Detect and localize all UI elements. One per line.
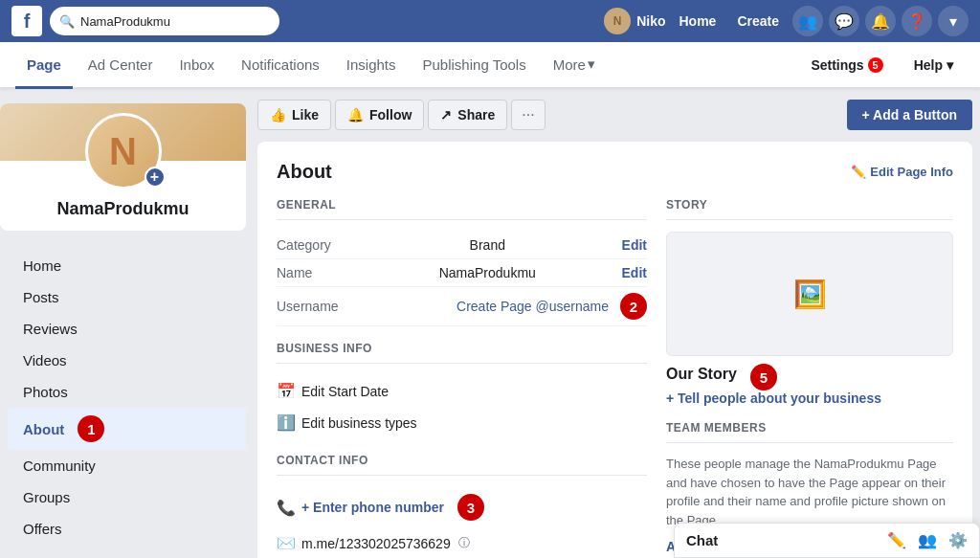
search-icon: 🔍 xyxy=(59,14,75,29)
promote-area: Promote xyxy=(0,545,254,558)
cover-photo: N + xyxy=(0,103,246,161)
category-value: Brand xyxy=(470,237,505,253)
tab-ad-center[interactable]: Ad Center xyxy=(77,43,165,89)
user-name: Niko xyxy=(636,13,665,29)
friends-chat-icon[interactable]: 👥 xyxy=(918,531,937,549)
business-info-section: BUSINESS INFO 📅 Edit Start Date ℹ️ Edit … xyxy=(277,342,647,438)
action-bar-left: 👍 Like 🔔 Follow ↗ Share ··· xyxy=(257,100,546,130)
help-icon[interactable]: ❓ xyxy=(902,6,932,36)
compose-icon[interactable]: ✏️ xyxy=(887,531,906,549)
more-button[interactable]: ··· xyxy=(511,100,545,130)
story-image-box: 🖼️ xyxy=(666,232,953,356)
image-placeholder-icon: 🖼️ xyxy=(793,279,827,310)
about-left: GENERAL Category Brand Edit Name NamaPro… xyxy=(277,198,647,558)
phone-item[interactable]: 📞 + Enter phone number 3 xyxy=(277,487,647,527)
category-row: Category Brand Edit xyxy=(277,232,647,259)
tab-inbox[interactable]: Inbox xyxy=(167,43,226,89)
tab-page[interactable]: Page xyxy=(15,43,73,89)
profile-card: N + NamaProdukmu xyxy=(0,103,246,231)
edit-start-date-item[interactable]: 📅 Edit Start Date xyxy=(277,375,647,407)
callout-badge-5: 5 xyxy=(750,364,777,391)
sidebar-item-groups[interactable]: Groups xyxy=(8,481,246,513)
edit-page-info-link[interactable]: ✏️ Edit Page Info xyxy=(851,165,953,179)
team-description: These people manage the NamaProdukmu Pag… xyxy=(666,455,953,529)
avatar: N xyxy=(604,8,631,34)
story-section: STORY 🖼️ Our Story 5 + Tell people about… xyxy=(666,198,953,406)
contact-info-label: CONTACT INFO xyxy=(277,454,647,476)
bell-icon[interactable]: 🔔 xyxy=(865,6,896,36)
create-username-link[interactable]: Create Page @username xyxy=(457,299,609,314)
sidebar-item-offers[interactable]: Offers xyxy=(8,513,246,545)
contact-info-section: CONTACT INFO 📞 + Enter phone number 3 ✉️… xyxy=(277,454,647,558)
sub-nav-right: Settings 5 Help ▾ xyxy=(799,52,965,78)
tab-insights[interactable]: Insights xyxy=(335,43,408,89)
username-row: Username Create Page @username 2 xyxy=(277,287,647,326)
sidebar-item-community[interactable]: Community xyxy=(8,450,246,481)
add-photo-icon[interactable]: + xyxy=(145,167,166,188)
edit-business-types-item[interactable]: ℹ️ Edit business types xyxy=(277,407,647,438)
callout-badge-3: 3 xyxy=(457,494,484,521)
sidebar-item-home[interactable]: Home xyxy=(8,250,246,281)
friends-icon[interactable]: 👥 xyxy=(792,6,823,36)
chat-bar: Chat ✏️ 👥 ⚙️ xyxy=(674,523,980,558)
about-title: About xyxy=(277,161,332,183)
top-nav-right: N Niko Home Create 👥 💬 🔔 ❓ ▾ xyxy=(287,6,969,36)
category-label: Category xyxy=(277,237,353,253)
follow-button[interactable]: 🔔 Follow xyxy=(335,100,424,130)
callout-badge-1: 1 xyxy=(78,415,104,442)
username-label: Username xyxy=(277,299,353,314)
search-bar[interactable]: 🔍 xyxy=(50,7,279,35)
nav-link-home[interactable]: Home xyxy=(672,10,724,33)
sidebar-nav: Home Posts Reviews Videos Photos About 1… xyxy=(0,242,254,558)
about-header: About ✏️ Edit Page Info xyxy=(277,161,953,183)
help-button[interactable]: Help ▾ xyxy=(902,52,965,78)
thumbs-up-icon: 👍 xyxy=(270,107,286,123)
content-area: 👍 Like 🔔 Follow ↗ Share ··· + Add a Butt… xyxy=(254,88,980,558)
settings-badge: 5 xyxy=(868,57,883,73)
top-nav: f 🔍 N Niko Home Create 👥 💬 🔔 ❓ ▾ xyxy=(0,0,980,42)
tab-publishing-tools[interactable]: Publishing Tools xyxy=(412,43,538,89)
messenger-icon[interactable]: 💬 xyxy=(829,6,859,36)
search-input[interactable] xyxy=(80,14,270,29)
messenger-link-icon: ✉️ xyxy=(277,534,294,552)
share-icon: ↗ xyxy=(440,107,452,123)
sub-nav: Page Ad Center Inbox Notifications Insig… xyxy=(0,42,980,88)
sidebar-item-about[interactable]: About 1 xyxy=(8,408,246,450)
like-button[interactable]: 👍 Like xyxy=(257,100,331,130)
share-button[interactable]: ↗ Share xyxy=(428,100,507,130)
name-value: NamaProdukmu xyxy=(439,265,536,280)
tab-more[interactable]: More▾ xyxy=(542,43,607,89)
follow-icon: 🔔 xyxy=(347,107,364,123)
about-two-col: GENERAL Category Brand Edit Name NamaPro… xyxy=(277,198,953,558)
about-card: About ✏️ Edit Page Info GENERAL Category… xyxy=(257,142,972,558)
our-story-title: Our Story xyxy=(666,366,737,383)
sidebar-item-posts[interactable]: Posts xyxy=(8,281,246,313)
name-edit-link[interactable]: Edit xyxy=(622,265,647,280)
general-label: GENERAL xyxy=(277,198,647,220)
chevron-down-icon[interactable]: ▾ xyxy=(938,6,969,36)
main-layout: N + NamaProdukmu Home Posts Reviews Vide… xyxy=(0,88,980,558)
add-button-cta[interactable]: + Add a Button xyxy=(847,100,972,130)
story-link[interactable]: + Tell people about your business xyxy=(666,391,953,406)
messenger-item[interactable]: ✉️ m.me/123302025736629 ⓘ xyxy=(277,527,647,558)
sidebar: N + NamaProdukmu Home Posts Reviews Vide… xyxy=(0,88,254,558)
category-edit-link[interactable]: Edit xyxy=(622,237,647,253)
tab-notifications[interactable]: Notifications xyxy=(230,43,331,89)
help-tooltip-icon[interactable]: ⓘ xyxy=(458,535,470,551)
settings-button[interactable]: Settings 5 xyxy=(799,52,894,78)
sidebar-item-photos[interactable]: Photos xyxy=(8,376,246,408)
chat-label: Chat xyxy=(686,532,876,548)
settings-chat-icon[interactable]: ⚙️ xyxy=(948,531,968,549)
business-info-label: BUSINESS INFO xyxy=(277,342,647,364)
name-row: Name NamaProdukmu Edit xyxy=(277,259,647,287)
about-right: STORY 🖼️ Our Story 5 + Tell people about… xyxy=(666,198,953,558)
calendar-icon: 📅 xyxy=(277,382,294,400)
sidebar-item-videos[interactable]: Videos xyxy=(8,345,246,376)
nav-link-create[interactable]: Create xyxy=(729,10,787,33)
user-profile[interactable]: N Niko xyxy=(604,8,665,34)
story-label: STORY xyxy=(666,198,953,220)
team-label: TEAM MEMBERS xyxy=(666,421,953,443)
callout-badge-2: 2 xyxy=(620,293,647,320)
sidebar-item-reviews[interactable]: Reviews xyxy=(8,313,246,345)
facebook-logo: f xyxy=(11,6,42,36)
